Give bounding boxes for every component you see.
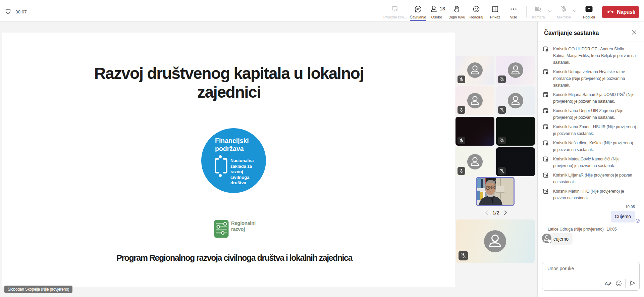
svg-text:A: A xyxy=(605,281,608,286)
